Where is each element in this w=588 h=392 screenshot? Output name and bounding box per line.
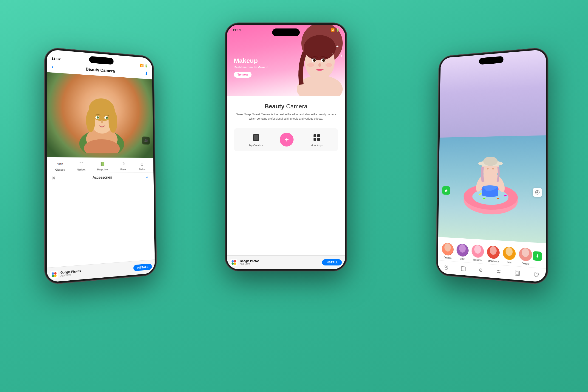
close-button[interactable]: ✕ xyxy=(52,175,56,181)
svg-point-76 xyxy=(445,266,446,267)
google-photos-icon xyxy=(50,270,58,279)
section-title: Accessories xyxy=(92,176,112,180)
center-install-button[interactable]: INSTALL xyxy=(322,259,342,266)
center-time: 11:39 xyxy=(232,28,241,32)
tool-necklet[interactable]: ⌒ Necklet xyxy=(77,161,86,171)
toolbar-like-icon[interactable] xyxy=(532,270,540,280)
filter-strawberry[interactable]: Strawberry xyxy=(487,246,500,263)
sticker-icon: ☺ xyxy=(138,161,146,167)
filter-lala[interactable]: Lala xyxy=(503,246,516,264)
left-install-button[interactable]: INSTALL xyxy=(134,264,152,271)
lala-thumb xyxy=(503,246,516,260)
svg-point-41 xyxy=(232,260,234,262)
tool-glasses[interactable]: 👓 Glasses xyxy=(55,160,65,171)
center-google-photos-icon xyxy=(230,259,238,266)
hero-makeup-label: Makeup Real-time Beauty Makeup Try now xyxy=(234,57,268,78)
svg-rect-40 xyxy=(317,138,320,141)
filter-beauty[interactable]: Beauty xyxy=(519,247,532,266)
right-download-button[interactable]: ⬇ xyxy=(533,251,542,261)
center-ad-store: App Store xyxy=(240,263,320,265)
blossom-thumb xyxy=(472,244,484,258)
action-more-apps[interactable]: More Apps xyxy=(310,132,323,147)
svg-point-25 xyxy=(313,59,316,62)
strawberry-preview xyxy=(487,246,500,259)
app-description: Sweet Snap, Sweet Camera is the best sel… xyxy=(234,112,338,121)
hero-subtitle: Real-time Beauty Makeup xyxy=(234,66,268,69)
like-svg xyxy=(533,272,539,278)
center-body: Beauty Camera Sweet Snap, Sweet Camera i… xyxy=(227,96,345,255)
adjust-icon xyxy=(535,190,540,195)
necklet-label: Necklet xyxy=(77,168,86,171)
app-title-bold: Beauty xyxy=(264,103,284,110)
tool-flare[interactable]: ☽ Flare xyxy=(119,161,127,170)
adjust-svg xyxy=(496,269,502,275)
svg-point-29 xyxy=(307,63,314,67)
action-my-creation[interactable]: My Creation xyxy=(249,132,263,147)
flare-label: Flare xyxy=(120,168,126,171)
magazine-icon: 📗 xyxy=(98,161,106,167)
toolbar-bunny-icon[interactable] xyxy=(442,263,450,272)
toolbar-adjust-icon[interactable] xyxy=(494,267,503,276)
frame-svg xyxy=(514,270,520,276)
svg-rect-38 xyxy=(317,134,320,137)
right-phone-content: ★ xyxy=(438,49,546,282)
svg-rect-79 xyxy=(461,266,465,271)
left-ad-text: Google Photos App Store xyxy=(60,266,131,277)
toolbar-frame-icon[interactable] xyxy=(513,268,522,278)
center-wifi-icon: 📶 xyxy=(331,28,335,32)
svg-point-27 xyxy=(314,60,315,60)
more-apps-label: More Apps xyxy=(310,144,323,147)
svg-point-30 xyxy=(326,63,332,67)
svg-point-61 xyxy=(492,168,494,170)
blossom-preview xyxy=(472,244,484,258)
svg-point-14 xyxy=(52,272,54,275)
right-beach-bg xyxy=(438,49,546,243)
svg-point-77 xyxy=(446,266,448,267)
my-creation-icon xyxy=(251,132,261,142)
plus-button[interactable]: + xyxy=(280,133,294,146)
center-status-icons: 📶 🔋 xyxy=(331,28,340,32)
back-button[interactable]: ‹ xyxy=(52,64,53,70)
toolbar-beautify-icon[interactable] xyxy=(476,266,485,275)
svg-point-44 xyxy=(234,262,236,265)
svg-point-85 xyxy=(499,272,500,274)
sticker-label: Sticker xyxy=(138,168,146,170)
left-portrait-bg xyxy=(47,72,153,158)
phone-center-screen: 11:39 📶 🔋 ⚙ xyxy=(227,25,345,269)
svg-rect-36 xyxy=(254,135,258,140)
adjust-badge[interactable] xyxy=(533,188,542,197)
svg-point-43 xyxy=(232,262,234,265)
cosmos-preview xyxy=(442,242,454,256)
right-photo-area: ★ xyxy=(438,49,546,243)
filter-blossom[interactable]: Blossom xyxy=(472,244,484,262)
tool-magazine[interactable]: 📗 Magazine xyxy=(97,161,108,171)
toolbar-crop-icon[interactable] xyxy=(459,264,467,273)
blossom-label: Blossom xyxy=(474,258,482,262)
left-section-bar: ✕ Accessories ✓ xyxy=(47,172,154,183)
svg-rect-37 xyxy=(314,134,316,137)
center-ad-app-name: Google Photos xyxy=(240,260,320,263)
left-tools-row: 👓 Glasses ⌒ Necklet 📗 Magazine ☽ Flare ☺ xyxy=(47,157,154,173)
my-creation-label: My Creation xyxy=(249,144,263,147)
star-badge[interactable]: ★ xyxy=(442,186,450,195)
svg-point-59 xyxy=(483,156,498,166)
svg-text:✦: ✦ xyxy=(331,52,333,55)
my-creation-svg xyxy=(252,134,260,142)
svg-point-60 xyxy=(487,168,488,170)
phone-right: ★ xyxy=(436,47,548,284)
filter-cosmos[interactable]: Cosmos xyxy=(442,242,454,260)
tool-sticker[interactable]: ☺ Sticker xyxy=(138,161,146,170)
lala-preview xyxy=(503,246,516,260)
download-button[interactable]: ⬇ xyxy=(144,71,148,76)
confirm-button[interactable]: ✓ xyxy=(146,174,150,180)
left-time: 11:37 xyxy=(52,56,61,61)
glasses-label: Glasses xyxy=(55,168,65,171)
beauty-label: Beauty xyxy=(522,262,530,265)
svg-point-84 xyxy=(498,270,499,272)
try-now-button[interactable]: Try now xyxy=(234,72,252,78)
action-plus[interactable]: + xyxy=(280,133,294,146)
filter-violet[interactable]: Violet xyxy=(456,244,468,261)
bunny-svg xyxy=(444,264,449,270)
wifi-icon: 📶 xyxy=(140,64,144,67)
phone-center: 11:39 📶 🔋 ⚙ xyxy=(225,23,347,271)
